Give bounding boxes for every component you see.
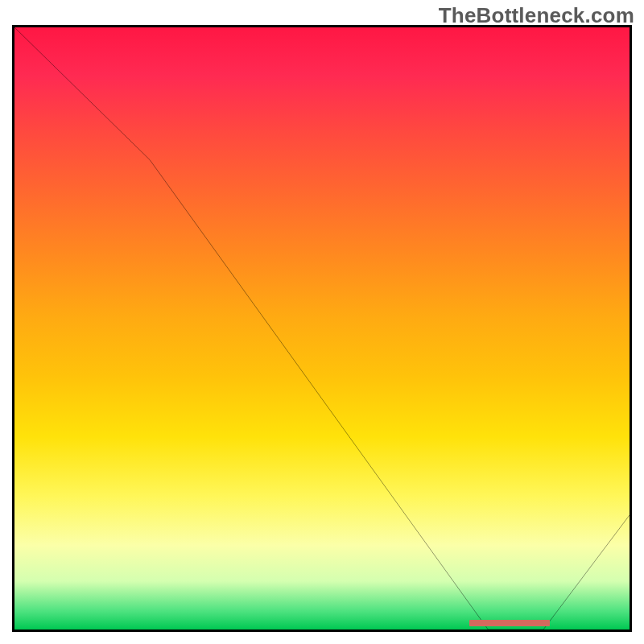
bottleneck-curve	[14, 27, 630, 630]
chart-area	[14, 27, 630, 630]
target-range-marker	[469, 620, 549, 626]
chart-frame	[12, 25, 632, 632]
watermark-text: TheBottleneck.com	[439, 3, 634, 28]
